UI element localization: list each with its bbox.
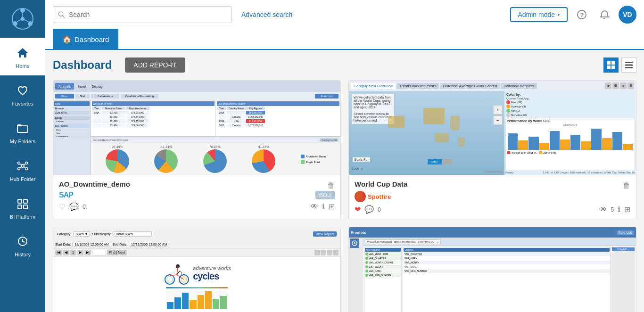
svg-rect-19: [18, 199, 22, 203]
sidebar-item-bi-platform[interactable]: BI Platform: [0, 189, 45, 226]
svg-point-10: [21, 164, 24, 167]
svg-rect-32: [611, 66, 615, 69]
svg-rect-30: [611, 61, 615, 65]
advanced-search-link[interactable]: Advanced search: [241, 11, 292, 18]
notifications-icon[interactable]: [596, 6, 613, 23]
view-toggle: [603, 57, 636, 73]
svg-rect-20: [24, 199, 27, 203]
like-icon-wc[interactable]: ❤: [355, 205, 361, 214]
grid-view-button[interactable]: [603, 57, 619, 73]
chevron-down-icon: ▸: [558, 12, 560, 17]
card-ao-downtime: Analysis Insert Display Filter Sort Calc…: [53, 80, 341, 219]
svg-line-15: [20, 164, 21, 165]
spotfire-brand-label: Spotfire: [368, 193, 391, 200]
breadcrumb-tab-label: Dashboard: [74, 35, 109, 43]
view-count-wc: 5: [611, 206, 614, 213]
expand-icon-wc[interactable]: ⊞: [624, 205, 630, 214]
card-world-cup-delete[interactable]: 🗑: [623, 181, 630, 190]
sidebar: Home Favorites My Folders Hu: [0, 0, 45, 312]
svg-text:?: ?: [580, 11, 584, 18]
sidebar-item-favorites[interactable]: Favorites: [0, 75, 45, 113]
info-icon[interactable]: ℹ: [322, 202, 325, 211]
svg-point-3: [13, 21, 17, 26]
sidebar-item-myfolders-label: My Folders: [10, 139, 35, 144]
comment-count: 0: [83, 204, 86, 210]
content-area: Dashboard ADD REPORT Analysis: [45, 50, 644, 312]
card-ao-downtime-thumbnail[interactable]: Analysis Insert Display Filter Sort Calc…: [53, 81, 340, 175]
main-area: Advanced search Admin mode ▸ ? VD 🏠 Dash…: [45, 0, 644, 312]
search-input[interactable]: [69, 11, 227, 18]
page-title: Dashboard: [53, 58, 112, 72]
card-ao-downtime-delete[interactable]: 🗑: [327, 181, 335, 190]
folder-icon: [14, 120, 31, 137]
dashboard-header: Dashboard ADD REPORT: [53, 57, 636, 73]
wc-tab-trends[interactable]: Trends over the Years: [396, 83, 439, 89]
svg-rect-34: [625, 65, 633, 66]
svg-line-16: [24, 164, 25, 165]
wc-tab-historical[interactable]: Historical Average Goals Scored: [440, 83, 500, 89]
info-icon-wc[interactable]: ℹ: [618, 205, 620, 214]
card-downtime2-thumbnail[interactable]: Prompts Auto Upd: [349, 227, 636, 312]
card-ao-downtime-actions: ♡ 💬 0 👁 ℹ ⊞: [59, 202, 335, 211]
ao-thumb-body: Data Prompts ZDN_DTM... Layout Columns K…: [53, 100, 340, 175]
list-view-button[interactable]: [621, 57, 636, 73]
like-icon[interactable]: ♡: [59, 202, 66, 211]
wc-tab-winners[interactable]: Historical Winners: [501, 83, 537, 89]
card-world-cup-actions: ❤ 💬 0 👁 5 ℹ ⊞: [355, 205, 630, 214]
svg-rect-22: [24, 205, 27, 209]
topbar: Advanced search Admin mode ▸ ? VD: [45, 0, 644, 29]
sidebar-item-home[interactable]: Home: [0, 38, 45, 75]
expand-icon[interactable]: ⊞: [329, 202, 335, 211]
sap-brand-logo: SAP: [59, 191, 73, 199]
view-icon-wc: 👁: [599, 205, 607, 214]
wc-tabs: Geographical Overview Trends over the Ye…: [349, 81, 636, 91]
comment-count-wc: 0: [378, 206, 381, 213]
sidebar-item-hub-label: Hub Folder: [10, 176, 35, 182]
wc-tab-geo[interactable]: Geographical Overview: [351, 83, 396, 89]
dashboard-header-left: Dashboard ADD REPORT: [53, 57, 185, 73]
add-report-button[interactable]: ADD REPORT: [125, 57, 185, 73]
cards-grid: Analysis Insert Display Filter Sort Calc…: [53, 80, 636, 312]
svg-line-47: [355, 243, 355, 244]
svg-rect-9: [17, 126, 28, 132]
card-cycles: Category: Bikes ▼ Subcategory: Road Bike…: [53, 227, 341, 312]
comment-icon-wc[interactable]: 💬: [364, 205, 374, 214]
hub-icon: [14, 157, 31, 174]
spotfire-brand-icon: [355, 191, 366, 202]
svg-point-36: [165, 275, 174, 284]
svg-point-1: [20, 8, 25, 13]
sidebar-item-hub-folder[interactable]: Hub Folder: [0, 151, 45, 189]
admin-mode-label: Admin mode: [518, 11, 555, 18]
svg-point-24: [58, 11, 63, 16]
sidebar-item-favorites-label: Favorites: [12, 101, 33, 107]
svg-point-43: [167, 277, 173, 282]
user-avatar[interactable]: VD: [619, 6, 636, 24]
svg-line-41: [177, 275, 184, 279]
sidebar-item-history[interactable]: History: [0, 226, 45, 264]
sidebar-item-home-label: Home: [16, 63, 29, 69]
help-icon[interactable]: ?: [573, 6, 590, 23]
svg-rect-29: [607, 61, 611, 65]
favorites-icon: [14, 82, 31, 99]
history-icon: [14, 233, 31, 250]
card-ao-downtime-meta: SAP BOB: [59, 191, 335, 199]
sidebar-item-my-folders[interactable]: My Folders: [0, 113, 45, 151]
view-icon: 👁: [311, 203, 318, 211]
svg-point-2: [28, 21, 33, 26]
ao-thumb-header: Analysis Insert Display: [53, 81, 340, 92]
admin-mode-button[interactable]: Admin mode ▸: [510, 7, 568, 22]
card-world-cup-footer: World Cup Data 🗑 Spotfire ❤ 💬 0: [349, 175, 636, 219]
home-icon: [14, 44, 31, 61]
svg-line-17: [20, 167, 21, 168]
comment-icon[interactable]: 💬: [69, 202, 79, 211]
card-cycles-thumbnail[interactable]: Category: Bikes ▼ Subcategory: Road Bike…: [53, 227, 340, 312]
card-world-cup-thumbnail[interactable]: Geographical Overview Trends over the Ye…: [349, 81, 636, 175]
dashboard-tab[interactable]: 🏠 Dashboard: [53, 29, 118, 49]
search-box: [53, 6, 232, 23]
svg-rect-35: [625, 67, 633, 68]
card-world-cup-meta: Spotfire: [355, 191, 630, 202]
sidebar-item-biplatform-label: BI Platform: [10, 214, 35, 220]
card-ao-downtime-footer: AO_Downtime_demo 🗑 SAP BOB ♡ 💬 0 👁 ℹ: [53, 175, 340, 216]
breadcrumb-bar: 🏠 Dashboard: [45, 29, 644, 50]
card-downtime2: Prompts Auto Upd: [348, 227, 636, 312]
